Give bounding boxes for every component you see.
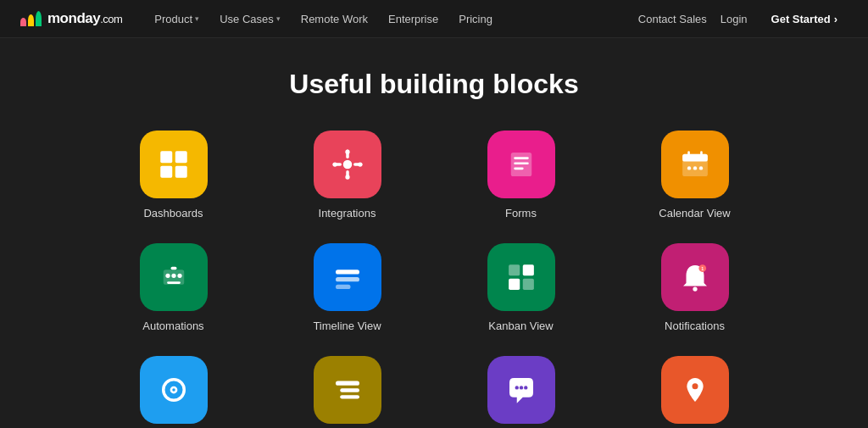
svg-rect-33 — [509, 264, 520, 275]
svg-point-27 — [177, 274, 181, 278]
logo-icon — [20, 11, 42, 26]
calendar-label: Calendar View — [659, 207, 730, 220]
svg-rect-45 — [340, 395, 359, 398]
svg-rect-1 — [175, 151, 186, 163]
svg-rect-0 — [160, 151, 172, 163]
forms-icon — [504, 147, 539, 182]
notifications-icon: 1 — [677, 259, 713, 295]
automations-icon-bg — [140, 243, 208, 311]
svg-point-9 — [345, 150, 349, 154]
svg-point-21 — [698, 166, 702, 170]
svg-rect-30 — [336, 270, 359, 274]
svg-rect-16 — [514, 168, 523, 170]
feature-map[interactable]: Map View — [608, 356, 782, 428]
feature-calendar[interactable]: Calendar View — [608, 131, 782, 220]
map-icon — [677, 372, 713, 408]
integrations-icon-bg — [314, 131, 381, 198]
svg-rect-31 — [336, 277, 359, 281]
svg-point-37 — [693, 286, 697, 291]
svg-rect-34 — [522, 264, 533, 275]
svg-rect-43 — [336, 381, 359, 386]
svg-rect-35 — [509, 279, 520, 290]
svg-point-19 — [687, 166, 690, 170]
feature-timeline[interactable]: Timeline View — [260, 243, 434, 332]
timeline-icon — [330, 259, 365, 295]
nav-item-use-cases[interactable]: Use Cases ▾ — [211, 9, 289, 29]
workload-icon — [156, 372, 192, 408]
timeline-icon-bg — [314, 243, 381, 311]
nav-item-pricing[interactable]: Pricing — [450, 9, 501, 29]
svg-point-46 — [515, 386, 518, 389]
feature-notifications[interactable]: 1 Notifications — [608, 243, 782, 332]
logo-text: monday.com — [47, 10, 122, 27]
svg-point-49 — [692, 383, 698, 389]
svg-rect-14 — [514, 157, 529, 159]
kanban-label: Kanban View — [488, 320, 553, 332]
notifications-icon-bg: 1 — [661, 243, 729, 311]
kanban-icon-bg — [487, 243, 555, 311]
map-icon-bg — [661, 356, 729, 424]
automations-icon — [156, 259, 192, 295]
feature-grid: Dashboards Integrations — [86, 131, 782, 428]
dashboards-label: Dashboards — [143, 207, 203, 220]
svg-rect-28 — [167, 281, 181, 284]
forms-icon-bg — [487, 131, 555, 198]
svg-rect-15 — [514, 162, 529, 164]
chevron-down-icon: ▾ — [276, 14, 281, 23]
workload-icon-bg — [140, 356, 208, 424]
svg-point-10 — [345, 175, 349, 179]
svg-point-26 — [171, 274, 175, 278]
feature-workload[interactable]: Workload — [86, 356, 260, 428]
dashboards-icon-bg — [140, 131, 208, 198]
nav-links: Product ▾ Use Cases ▾ Remote Work Enterp… — [146, 9, 637, 29]
svg-rect-36 — [522, 279, 533, 290]
kanban-icon — [504, 259, 539, 295]
updates-icon-bg — [487, 356, 555, 424]
svg-point-20 — [693, 166, 696, 170]
integrations-label: Integrations — [319, 207, 376, 220]
login-link[interactable]: Login — [721, 13, 748, 25]
automations-label: Automations — [142, 320, 203, 332]
main-content: Useful building blocks Dashboards — [0, 38, 868, 428]
svg-point-4 — [342, 160, 352, 170]
svg-rect-18 — [682, 154, 708, 162]
svg-text:1: 1 — [701, 266, 704, 271]
calendar-icon — [677, 147, 713, 182]
svg-point-11 — [332, 162, 337, 166]
notifications-label: Notifications — [665, 320, 725, 332]
nav-item-product[interactable]: Product ▾ — [146, 9, 208, 29]
arrow-icon: › — [834, 13, 837, 25]
svg-rect-29 — [170, 267, 176, 270]
svg-rect-44 — [340, 388, 359, 392]
page-title: Useful building blocks — [17, 69, 851, 100]
svg-rect-22 — [687, 151, 690, 157]
logo[interactable]: monday.com — [20, 10, 122, 27]
svg-rect-32 — [336, 285, 351, 289]
svg-rect-2 — [160, 166, 172, 178]
get-started-button[interactable]: Get Started › — [761, 8, 848, 31]
svg-rect-3 — [175, 166, 186, 178]
nav-item-enterprise[interactable]: Enterprise — [380, 9, 447, 29]
feature-automations[interactable]: Automations — [86, 243, 260, 332]
contact-sales-link[interactable]: Contact Sales — [638, 13, 707, 25]
nav-right: Contact Sales Login Get Started › — [638, 8, 848, 31]
feature-updates[interactable]: Updates — [434, 356, 608, 428]
svg-point-25 — [165, 274, 170, 278]
feature-integrations[interactable]: Integrations — [260, 131, 434, 220]
navbar: monday.com Product ▾ Use Cases ▾ Remote … — [0, 0, 868, 38]
integrations-icon — [330, 147, 365, 182]
calendar-icon-bg — [661, 131, 729, 198]
forms-label: Forms — [505, 207, 537, 220]
svg-point-48 — [524, 386, 527, 389]
feature-kanban[interactable]: Kanban View — [434, 243, 608, 332]
svg-point-47 — [519, 386, 522, 389]
feature-dashboards[interactable]: Dashboards — [86, 131, 260, 220]
feature-forms[interactable]: Forms — [434, 131, 608, 220]
dashboards-icon — [156, 147, 192, 182]
svg-point-42 — [172, 388, 175, 392]
subitems-icon-bg — [314, 356, 381, 424]
feature-subitems[interactable]: Subitems (In beta) — [260, 356, 434, 428]
nav-item-remote-work[interactable]: Remote Work — [292, 9, 376, 29]
updates-icon — [504, 372, 539, 408]
svg-point-12 — [358, 162, 362, 166]
